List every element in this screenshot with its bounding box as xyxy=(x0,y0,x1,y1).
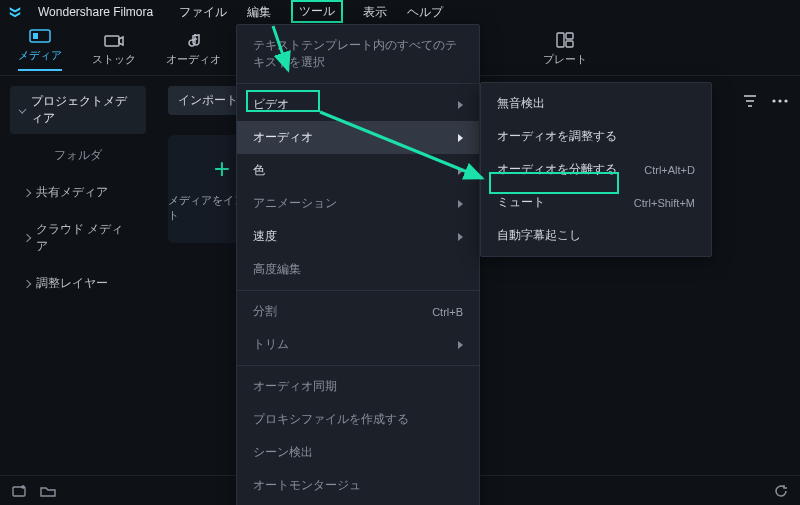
new-folder-icon[interactable] xyxy=(40,484,56,498)
stock-icon xyxy=(103,32,125,48)
tab-stock[interactable]: ストック xyxy=(92,32,136,67)
filter-icon[interactable] xyxy=(742,93,758,109)
tools-menu-item: 高度編集 xyxy=(237,253,479,286)
chevron-right-icon xyxy=(23,188,31,196)
chevron-right-icon xyxy=(23,279,31,287)
tools-menu-header[interactable]: テキストテンプレート内のすべてのテキストを選択 xyxy=(237,29,479,79)
menu-item-label: 色 xyxy=(253,162,458,179)
audio-icon xyxy=(183,32,205,48)
menu-shortcut: Ctrl+B xyxy=(432,306,463,318)
menu-item-label: 分割 xyxy=(253,303,408,320)
menu-bar: ファイル 編集 ツール 表示 ヘルプ xyxy=(179,1,443,23)
menu-edit[interactable]: 編集 xyxy=(247,4,271,21)
menu-item-label: オーディオ同期 xyxy=(253,378,463,395)
tools-menu-item[interactable]: ビデオ xyxy=(237,88,479,121)
menu-separator xyxy=(237,83,479,84)
svg-point-8 xyxy=(784,99,787,102)
tab-label: プレート xyxy=(543,52,587,67)
menu-item-label: プロキシファイルを作成する xyxy=(253,411,463,428)
tools-menu: テキストテンプレート内のすべてのテキストを選択 ビデオオーディオ色アニメーション… xyxy=(236,24,480,505)
audio-submenu-item[interactable]: 無音検出 xyxy=(481,87,711,120)
svg-point-6 xyxy=(772,99,775,102)
sidebar-item-label: 共有メディア xyxy=(36,184,108,201)
menu-shortcut: Ctrl+Shift+M xyxy=(634,197,695,209)
tools-menu-item: オーディオ同期 xyxy=(237,370,479,403)
refresh-icon[interactable] xyxy=(774,484,788,498)
audio-submenu: 無音検出オーディオを調整するオーディオを分離するCtrl+Alt+DミュートCt… xyxy=(480,82,712,257)
svg-point-7 xyxy=(778,99,781,102)
sidebar-item-label: 調整レイヤー xyxy=(36,275,108,292)
menu-item-label: 無音検出 xyxy=(497,95,695,112)
audio-submenu-item[interactable]: ミュートCtrl+Shift+M xyxy=(481,186,711,219)
audio-submenu-item[interactable]: オーディオを調整する xyxy=(481,120,711,153)
sidebar-item-label: プロジェクトメディア xyxy=(31,93,136,127)
tab-label: オーディオ xyxy=(166,52,221,67)
menu-item-label: 高度編集 xyxy=(253,261,463,278)
menu-view[interactable]: 表示 xyxy=(363,4,387,21)
sidebar-folder-label: フォルダ xyxy=(10,140,146,171)
tab-template[interactable]: プレート xyxy=(543,32,587,67)
tools-menu-item[interactable]: 速度 xyxy=(237,220,479,253)
app-title: Wondershare Filmora xyxy=(38,5,153,19)
tools-menu-item: オートモンタージュ xyxy=(237,469,479,502)
import-button-label: インポート xyxy=(178,92,238,109)
submenu-arrow-icon xyxy=(458,341,463,349)
sidebar-item-adjust-layer[interactable]: 調整レイヤー xyxy=(10,268,146,299)
submenu-arrow-icon xyxy=(458,167,463,175)
menu-separator xyxy=(237,365,479,366)
tools-menu-item: アニメーション xyxy=(237,187,479,220)
svg-rect-1 xyxy=(33,33,38,39)
tools-menu-item[interactable]: オーディオ xyxy=(237,121,479,154)
menu-item-label: オートモンタージュ xyxy=(253,477,463,494)
app-logo xyxy=(8,5,22,19)
sidebar-project-media[interactable]: プロジェクトメディア xyxy=(10,86,146,134)
sidebar-item-label: クラウド メディア xyxy=(36,221,132,255)
svg-rect-5 xyxy=(566,41,573,47)
menu-item-label: ミュート xyxy=(497,194,610,211)
sidebar: プロジェクトメディア フォルダ 共有メディア クラウド メディア 調整レイヤー xyxy=(0,76,156,475)
chevron-right-icon xyxy=(23,234,31,242)
svg-rect-4 xyxy=(566,33,573,39)
audio-submenu-item[interactable]: 自動字幕起こし xyxy=(481,219,711,252)
submenu-arrow-icon xyxy=(458,134,463,142)
menu-item-label: オーディオを調整する xyxy=(497,128,695,145)
submenu-arrow-icon xyxy=(458,101,463,109)
menu-item-label: 速度 xyxy=(253,228,458,245)
tab-media[interactable]: メディア xyxy=(18,28,62,71)
submenu-arrow-icon xyxy=(458,200,463,208)
menu-help[interactable]: ヘルプ xyxy=(407,4,443,21)
more-icon[interactable] xyxy=(772,99,788,103)
tab-label: ストック xyxy=(92,52,136,67)
chevron-down-icon xyxy=(19,106,27,114)
tools-menu-item: 分割Ctrl+B xyxy=(237,295,479,328)
menu-item-label: シーン検出 xyxy=(253,444,463,461)
tab-label: メディア xyxy=(18,48,62,63)
menu-item-label: ビデオ xyxy=(253,96,458,113)
svg-rect-3 xyxy=(557,33,564,47)
title-bar: Wondershare Filmora ファイル 編集 ツール 表示 ヘルプ xyxy=(0,0,800,24)
media-icon xyxy=(29,28,51,44)
tools-menu-item: シーン検出 xyxy=(237,436,479,469)
tools-menu-item: プロキシファイルを作成する xyxy=(237,403,479,436)
menu-tools[interactable]: ツール xyxy=(291,0,343,23)
submenu-arrow-icon xyxy=(458,233,463,241)
template-icon xyxy=(554,32,576,48)
menu-item-label: オーディオを分離する xyxy=(497,161,620,178)
svg-rect-2 xyxy=(105,36,119,46)
sidebar-item-cloud[interactable]: クラウド メディア xyxy=(10,214,146,262)
tools-menu-item[interactable]: 色 xyxy=(237,154,479,187)
menu-separator xyxy=(237,290,479,291)
tab-audio[interactable]: オーディオ xyxy=(166,32,221,67)
tools-menu-item: トリム xyxy=(237,328,479,361)
menu-item-label: オーディオ xyxy=(253,129,458,146)
new-project-icon[interactable] xyxy=(12,484,28,498)
sidebar-item-shared[interactable]: 共有メディア xyxy=(10,177,146,208)
menu-item-label: アニメーション xyxy=(253,195,458,212)
menu-file[interactable]: ファイル xyxy=(179,4,227,21)
menu-item-label: トリム xyxy=(253,336,458,353)
menu-shortcut: Ctrl+Alt+D xyxy=(644,164,695,176)
plus-icon: + xyxy=(214,155,230,183)
audio-submenu-item[interactable]: オーディオを分離するCtrl+Alt+D xyxy=(481,153,711,186)
menu-item-label: 自動字幕起こし xyxy=(497,227,695,244)
